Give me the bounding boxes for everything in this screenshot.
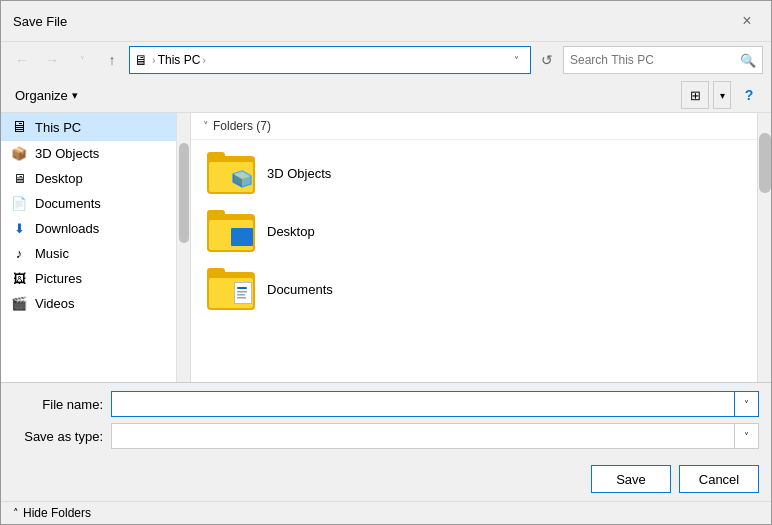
address-chevron: ›: [152, 54, 156, 66]
title-bar: Save File ×: [1, 1, 771, 42]
forward-button[interactable]: →: [39, 47, 65, 73]
sidebar-item-desktop[interactable]: 🖥 Desktop: [1, 166, 190, 191]
view-button[interactable]: ⊞: [681, 81, 709, 109]
address-toolbar: ← → ˅ ↑ 🖥 › This PC › ˅ ↺ 🔍: [1, 42, 771, 78]
3d-objects-icon: 📦: [9, 146, 29, 161]
folder-item-desktop[interactable]: Desktop: [191, 202, 771, 260]
folder-name-3d-objects: 3D Objects: [267, 166, 331, 181]
save-file-dialog: Save File × ← → ˅ ↑ 🖥 › This PC › ˅ ↺ 🔍: [0, 0, 772, 525]
hide-folders-button[interactable]: ˄ Hide Folders: [13, 506, 91, 520]
folder-name-desktop: Desktop: [267, 224, 315, 239]
documents-icon: 📄: [9, 196, 29, 211]
address-folder-icon: 🖥: [134, 52, 148, 68]
address-trailing-chevron: ›: [202, 54, 206, 66]
videos-icon: 🎬: [9, 296, 29, 311]
close-button[interactable]: ×: [735, 9, 759, 33]
help-button[interactable]: ?: [735, 81, 763, 109]
sidebar-scrollbar-thumb: [179, 143, 189, 243]
address-content: 🖥 › This PC ›: [134, 52, 502, 68]
search-bar: 🔍: [563, 46, 763, 74]
hide-folders-chevron: ˄: [13, 507, 19, 520]
search-icon: 🔍: [740, 53, 756, 68]
save-button[interactable]: Save: [591, 465, 671, 493]
organize-chevron: ▾: [72, 89, 78, 102]
sidebar-item-label: Music: [35, 246, 69, 261]
action-row: Save Cancel: [1, 457, 771, 501]
organize-label: Organize: [15, 88, 68, 103]
sidebar-item-label: Videos: [35, 296, 75, 311]
sidebar-item-documents[interactable]: 📄 Documents: [1, 191, 190, 216]
doc-overlay: [234, 282, 252, 304]
content-area: 🖥 This PC 📦 3D Objects 🖥 Desktop 📄 Docum…: [1, 113, 771, 382]
svg-rect-4: [237, 287, 247, 289]
organize-button[interactable]: Organize ▾: [9, 85, 84, 106]
this-pc-icon: 🖥: [9, 118, 29, 136]
3d-overlay: [231, 169, 253, 189]
folder-name-documents: Documents: [267, 282, 333, 297]
sidebar-item-label: This PC: [35, 120, 81, 135]
hide-folders-label: Hide Folders: [23, 506, 91, 520]
sidebar: 🖥 This PC 📦 3D Objects 🖥 Desktop 📄 Docum…: [1, 113, 191, 382]
sidebar-item-label: Pictures: [35, 271, 82, 286]
footer-bar: ˄ Hide Folders: [1, 501, 771, 524]
bottom-area: File name: ˅ Save as type: ˅: [1, 382, 771, 457]
svg-rect-6: [237, 294, 245, 296]
folder-item-documents[interactable]: Documents: [191, 260, 771, 318]
pictures-icon: 🖼: [9, 271, 29, 286]
folder-item-3d-objects[interactable]: 3D Objects: [191, 144, 771, 202]
refresh-button[interactable]: ↺: [535, 48, 559, 72]
sidebar-item-label: 3D Objects: [35, 146, 99, 161]
sidebar-item-label: Documents: [35, 196, 101, 211]
file-name-label: File name:: [13, 397, 103, 412]
main-panel: ˅ Folders (7): [191, 113, 771, 382]
back-button[interactable]: ←: [9, 47, 35, 73]
sidebar-item-downloads[interactable]: ⬇ Downloads: [1, 216, 190, 241]
sidebar-item-label: Downloads: [35, 221, 99, 236]
music-icon: ♪: [9, 246, 29, 261]
address-text: › This PC ›: [152, 53, 206, 67]
folders-chevron: ˅: [203, 120, 209, 133]
downloads-icon: ⬇: [9, 221, 29, 236]
view-dropdown-button[interactable]: ▾: [713, 81, 731, 109]
svg-rect-5: [237, 291, 247, 293]
file-name-dropdown-button[interactable]: ˅: [735, 391, 759, 417]
address-bar: 🖥 › This PC › ˅: [129, 46, 531, 74]
folders-header: ˅ Folders (7): [191, 113, 771, 140]
save-type-row: Save as type: ˅: [13, 423, 759, 449]
desktop-overlay: [231, 228, 253, 246]
up-button[interactable]: ↑: [99, 47, 125, 73]
save-type-label: Save as type:: [13, 429, 103, 444]
search-input[interactable]: [570, 53, 736, 67]
second-toolbar: Organize ▾ ⊞ ▾ ?: [1, 78, 771, 113]
sidebar-item-videos[interactable]: 🎬 Videos: [1, 291, 190, 316]
folders-header-text: Folders (7): [213, 119, 271, 133]
address-path: This PC: [158, 53, 201, 67]
main-scrollbar[interactable]: [757, 113, 771, 382]
folder-icon-3d-objects: [207, 152, 255, 194]
desktop-icon: 🖥: [9, 171, 29, 186]
save-type-dropdown-button[interactable]: ˅: [735, 423, 759, 449]
main-scrollbar-thumb: [759, 133, 771, 193]
cancel-button[interactable]: Cancel: [679, 465, 759, 493]
sidebar-item-music[interactable]: ♪ Music: [1, 241, 190, 266]
folder-icon-desktop: [207, 210, 255, 252]
sidebar-item-pictures[interactable]: 🖼 Pictures: [1, 266, 190, 291]
save-type-input[interactable]: [111, 423, 735, 449]
address-dropdown-button[interactable]: ˅: [506, 47, 526, 73]
file-name-input[interactable]: [111, 391, 735, 417]
view-controls: ⊞ ▾ ?: [681, 81, 763, 109]
sidebar-item-label: Desktop: [35, 171, 83, 186]
folders-list: 3D Objects Desktop: [191, 140, 771, 382]
sidebar-item-this-pc[interactable]: 🖥 This PC: [1, 113, 190, 141]
file-name-row: File name: ˅: [13, 391, 759, 417]
dropdown-button[interactable]: ˅: [69, 47, 95, 73]
sidebar-scrollbar[interactable]: [176, 113, 190, 382]
svg-rect-7: [237, 297, 246, 299]
folder-icon-documents: [207, 268, 255, 310]
dialog-title: Save File: [13, 14, 67, 29]
sidebar-item-3d-objects[interactable]: 📦 3D Objects: [1, 141, 190, 166]
